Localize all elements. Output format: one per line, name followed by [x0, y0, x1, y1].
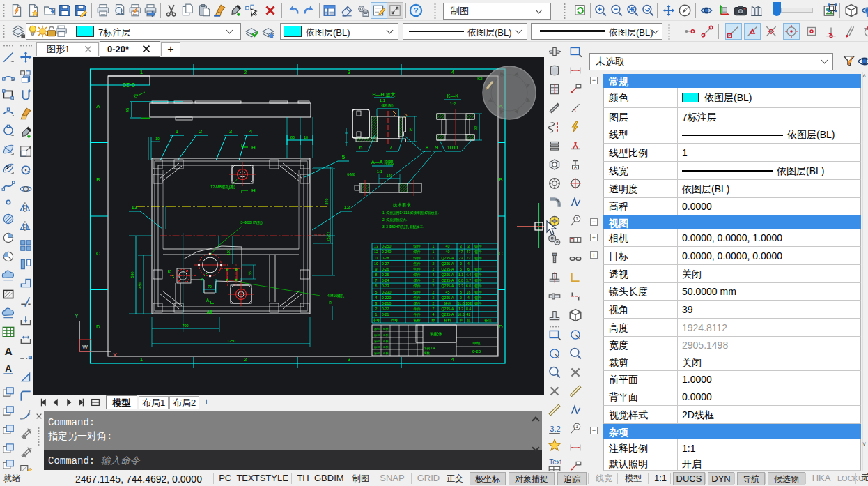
svg-text:数: 数: [431, 318, 435, 322]
svg-text:47: 47: [459, 250, 463, 254]
svg-text:1:1: 1:1: [377, 169, 383, 174]
svg-text:0-250: 0-250: [382, 244, 391, 248]
svg-text:C: C: [499, 250, 503, 257]
svg-text:焦件: 焦件: [413, 296, 421, 300]
svg-text:12: 12: [344, 204, 350, 211]
svg-text:Q235-A: Q235-A: [442, 296, 454, 300]
svg-text:处数: 处数: [383, 327, 389, 331]
svg-text:焊件: 焊件: [413, 273, 421, 277]
svg-text:2: 2: [199, 128, 203, 135]
svg-text:备注: 备注: [484, 318, 491, 323]
svg-text:1: 1: [433, 256, 435, 260]
svg-text:450: 450: [138, 282, 142, 288]
svg-text:2: 2: [433, 267, 435, 271]
svg-text:2: 2: [244, 69, 247, 75]
svg-text:140: 140: [387, 174, 393, 178]
svg-text:锂件: 锂件: [474, 267, 482, 271]
svg-text:件件: 件件: [413, 312, 421, 317]
svg-text:B: B: [499, 176, 502, 183]
svg-text:K: K: [201, 277, 204, 282]
svg-text:2: 2: [433, 278, 435, 282]
svg-text:1:2: 1:2: [450, 102, 456, 106]
svg-text:0-22: 0-22: [382, 307, 389, 311]
svg-text:处数: 处数: [383, 333, 389, 337]
svg-text:4: 4: [249, 128, 253, 135]
svg-text:锂件: 锂件: [474, 273, 482, 277]
svg-text:45: 45: [446, 290, 450, 294]
svg-text:110: 110: [226, 250, 231, 255]
svg-text:6: 6: [359, 144, 363, 151]
svg-text:锻件: 锻件: [474, 301, 482, 305]
svg-text:51.8: 51.8: [457, 301, 464, 305]
svg-text:锂件: 锂件: [474, 278, 482, 282]
svg-text:1.2: 1.2: [458, 307, 463, 311]
svg-text:K—K: K—K: [447, 93, 459, 98]
svg-text:7: 7: [389, 144, 393, 151]
svg-text:1: 1: [140, 356, 144, 363]
svg-text:A: A: [206, 298, 210, 303]
svg-text:75: 75: [409, 128, 413, 132]
svg-text:5: 5: [375, 290, 378, 294]
svg-text:?: ?: [413, 6, 418, 15]
svg-text:0-20: 0-20: [472, 349, 481, 354]
svg-text:W: W: [82, 344, 88, 350]
svg-text:8: 8: [426, 144, 429, 151]
svg-text:2: 2: [244, 356, 247, 363]
svg-text:2: 2: [375, 307, 378, 311]
svg-text:H: H: [251, 144, 256, 151]
svg-text:Q235-A: Q235-A: [442, 261, 454, 266]
svg-text:A: A: [5, 363, 12, 374]
svg-text:5: 5: [342, 154, 346, 160]
svg-text:1: 1: [433, 244, 435, 248]
svg-text:铸件: 铸件: [444, 301, 451, 305]
svg-text:35: 35: [248, 271, 252, 275]
svg-text:A: A: [96, 103, 100, 109]
svg-text:4: 4: [467, 296, 470, 300]
svg-text:0-24: 0-24: [382, 278, 389, 282]
svg-text:0-25: 0-25: [382, 273, 389, 277]
svg-text:焊件: 焊件: [413, 244, 421, 248]
svg-text:1250: 1250: [227, 339, 235, 343]
svg-text:92: 92: [474, 126, 478, 130]
svg-text:代号: 代号: [391, 318, 398, 322]
svg-text:1: 1: [140, 69, 144, 75]
svg-text:锂件: 锂件: [474, 256, 482, 260]
svg-text:K: K: [168, 269, 171, 274]
svg-text:4.4: 4.4: [466, 273, 471, 277]
svg-text:0-26: 0-26: [382, 267, 389, 271]
svg-text:2: 2: [433, 284, 435, 288]
svg-text:件件: 件件: [413, 307, 421, 311]
svg-text:0-240: 0-240: [382, 250, 391, 254]
svg-text:A: A: [207, 310, 210, 314]
svg-text:1: 1: [433, 250, 435, 254]
svg-text:23: 23: [467, 256, 471, 260]
svg-text:1: 1: [575, 424, 578, 429]
svg-text:2: 2: [433, 296, 435, 300]
svg-text:2: 2: [460, 296, 462, 300]
svg-text:Q235-A: Q235-A: [442, 307, 454, 311]
svg-text:锂件: 锂件: [474, 296, 482, 300]
svg-text:锂件: 锂件: [474, 250, 482, 254]
svg-text:2: 2: [460, 261, 462, 266]
svg-text:4: 4: [451, 356, 455, 363]
svg-text:A: A: [4, 345, 12, 357]
svg-text:13: 13: [374, 244, 378, 248]
svg-text:3: 3: [229, 128, 233, 135]
svg-text:7: 7: [433, 307, 435, 311]
svg-text:10: 10: [304, 135, 308, 139]
svg-text:4-M16螺孔: 4-M16螺孔: [327, 294, 344, 298]
svg-text:Q235-A: Q235-A: [442, 278, 454, 282]
svg-text:焊件: 焊件: [413, 256, 421, 260]
svg-text:3: 3: [348, 69, 351, 75]
svg-text:4: 4: [375, 296, 378, 300]
svg-text:2: 2: [433, 261, 435, 266]
svg-text:3: 3: [460, 244, 462, 248]
svg-text:H—H 放大: H—H 放大: [372, 92, 395, 98]
svg-text:D: D: [96, 324, 100, 330]
svg-text:1.1: 1.1: [458, 273, 463, 277]
svg-text:锂件: 锂件: [474, 284, 482, 288]
svg-text:材料: 材料: [443, 318, 451, 323]
svg-text:10.5: 10.5: [457, 312, 464, 317]
svg-text:焦件: 焦件: [413, 261, 421, 266]
svg-text:3-Φ60H7(孔): 3-Φ60H7(孔): [240, 220, 263, 225]
